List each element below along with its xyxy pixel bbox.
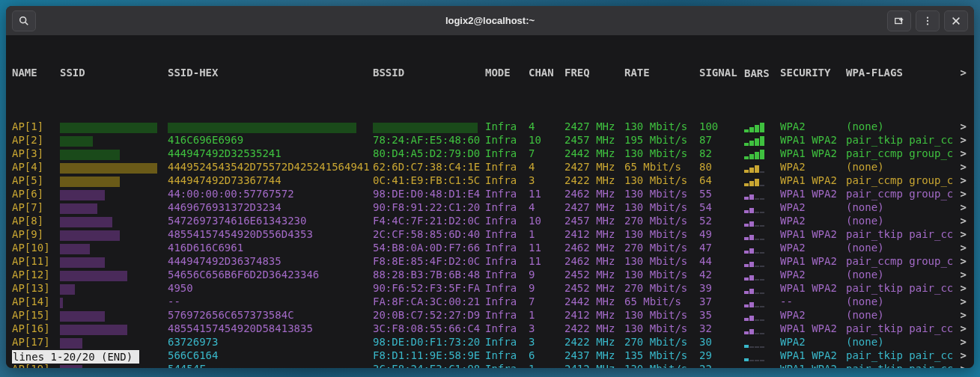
cell-security: WPA1 WPA2: [780, 187, 846, 200]
ap-row: AP[2]416C696E696978:24:AF:E5:48:60Infra1…: [12, 133, 971, 147]
cell-wpa-flags: (none): [846, 241, 971, 254]
col-rate: RATE: [624, 66, 699, 79]
cell-chan: 7: [529, 295, 564, 308]
cell-bssid: 62:6D:C7:38:C4:1E: [373, 160, 485, 174]
cell-security: WPA2: [780, 335, 846, 349]
cell-freq: 2442 MHz: [564, 147, 624, 160]
cell-bars: [744, 242, 780, 254]
cell-wpa-flags: pair_ccmp group_c: [846, 187, 971, 200]
search-icon: [19, 16, 29, 26]
new-tab-icon: [894, 16, 904, 26]
new-tab-button[interactable]: [887, 10, 911, 31]
cell-rate: 130 Mbit/s: [624, 187, 699, 200]
svg-point-5: [927, 16, 928, 18]
cell-ssid: [60, 281, 168, 295]
cell-bars: [744, 134, 780, 146]
col-name: NAME: [12, 66, 60, 79]
ap-row: AP[12]54656C656B6F6D2D3642334688:28:B3:7…: [12, 268, 971, 281]
cell-signal: 52: [699, 214, 744, 227]
cell-ssid-hex: 4950: [168, 281, 373, 295]
cell-ssid-hex: 576972656C657373584C: [168, 308, 373, 322]
redacted-ssid: [60, 271, 127, 281]
cell-name: AP[15]: [12, 308, 60, 322]
cell-bars: [744, 174, 780, 186]
ap-row: AP[10]416D616C696154:B8:0A:0D:F7:66Infra…: [12, 241, 971, 254]
cell-mode: Infra: [485, 227, 529, 241]
scroll-indicator-icon: >: [961, 66, 967, 79]
cell-bssid: 80:D4:A5:D2:79:D0: [373, 147, 485, 160]
cell-bssid: FA:8F:CA:3C:00:21: [373, 295, 485, 308]
redacted-ssid: [60, 298, 63, 308]
cell-bars: [744, 120, 780, 132]
cell-ssid: [60, 254, 168, 268]
cell-bssid: 3C:E8:24:E3:C1:98: [373, 362, 485, 368]
cell-bssid: 0C:41:E9:FB:C1:5C: [373, 174, 485, 187]
scroll-indicator-icon: >: [961, 295, 967, 308]
cell-signal: 37: [699, 295, 744, 308]
search-button[interactable]: [12, 10, 36, 31]
cell-bssid: F8:D1:11:9E:58:9E: [373, 349, 485, 362]
cell-signal: 49: [699, 227, 744, 241]
ap-row: AP[4]4449524543542D75572D42524156494162:…: [12, 160, 971, 174]
close-button[interactable]: [944, 10, 968, 31]
cell-name: AP[6]: [12, 187, 60, 200]
cell-mode: Infra: [485, 268, 529, 281]
cell-mode: Infra: [485, 174, 529, 187]
redacted-ssid: [60, 365, 82, 368]
cell-name: AP[17]: [12, 335, 60, 349]
cell-wpa-flags: pair_tkip pair_cc: [846, 133, 971, 147]
cell-bars: [744, 188, 780, 200]
cell-bars: [744, 349, 780, 361]
cell-wpa-flags: pair_tkip pair_cc: [846, 227, 971, 241]
cell-bssid: 54:B8:0A:0D:F7:66: [373, 241, 485, 254]
svg-point-0: [20, 16, 26, 22]
scroll-indicator-icon: >: [961, 281, 967, 295]
cell-mode: Infra: [485, 335, 529, 349]
cell-wpa-flags: pair_tkip pair_cc: [846, 362, 971, 368]
cell-ssid: [60, 174, 168, 187]
cell-signal: 32: [699, 322, 744, 335]
menu-icon: [922, 16, 933, 26]
cell-rate: 130 Mbit/s: [624, 322, 699, 335]
scroll-indicator-icon: >: [961, 160, 967, 174]
cell-rate: 195 Mbit/s: [624, 133, 699, 147]
ap-row: AP[18]566C6164F8:D1:11:9E:58:9EInfra6243…: [12, 349, 971, 362]
col-signal: SIGNAL: [699, 66, 744, 79]
cell-freq: 2442 MHz: [564, 295, 624, 308]
cell-mode: Infra: [485, 120, 529, 133]
cell-rate: 270 Mbit/s: [624, 281, 699, 295]
cell-freq: 2422 MHz: [564, 174, 624, 187]
redacted-ssid: [60, 338, 82, 349]
ap-row: AP[1]Infra42427 MHz130 Mbit/s100WPA2(non…: [12, 120, 971, 133]
cell-ssid: [60, 147, 168, 160]
cell-chan: 1: [529, 227, 564, 241]
cell-chan: 3: [529, 174, 564, 187]
cell-signal: 82: [699, 147, 744, 160]
cell-bssid: 90:F6:52:F3:5F:FA: [373, 281, 485, 295]
cell-bars: [744, 309, 780, 321]
cell-ssid-hex: 5472697374616E61343230: [168, 214, 373, 227]
scroll-indicator-icon: >: [961, 308, 967, 322]
cell-bssid: 90:F8:91:22:C1:20: [373, 200, 485, 214]
cell-freq: 2457 MHz: [564, 133, 624, 147]
ap-row: AP[14]--FA:8F:CA:3C:00:21Infra72442 MHz6…: [12, 295, 971, 308]
cell-security: WPA2: [780, 241, 846, 254]
cell-freq: 2422 MHz: [564, 322, 624, 335]
redacted-ssid: [60, 150, 120, 160]
ap-row: AP[16]48554157454920D584138353C:F8:08:55…: [12, 322, 971, 335]
redacted-ssid: [60, 311, 105, 322]
menu-button[interactable]: [916, 10, 940, 31]
cell-signal: 100: [699, 120, 744, 133]
cell-name: AP[9]: [12, 227, 60, 241]
cell-ssid-hex: 48554157454920D556D4353: [168, 227, 373, 241]
cell-freq: 2427 MHz: [564, 160, 624, 174]
cell-ssid: [60, 227, 168, 241]
terminal-output[interactable]: NAME SSID SSID-HEX BSSID MODE CHAN FREQ …: [6, 36, 974, 368]
cell-wpa-flags: (none): [846, 268, 971, 281]
cell-freq: 2452 MHz: [564, 281, 624, 295]
cell-ssid: [60, 295, 168, 308]
cell-wpa-flags: (none): [846, 335, 971, 349]
cell-name: AP[14]: [12, 295, 60, 308]
redacted-ssid: [60, 177, 120, 187]
cell-security: WPA2: [780, 120, 846, 133]
